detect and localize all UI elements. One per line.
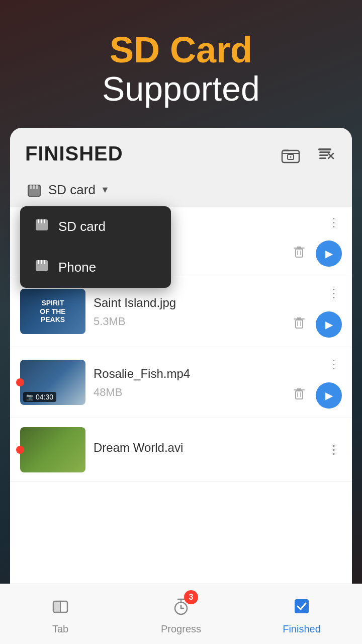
card-header: FINISHED — [10, 128, 352, 176]
filter-bar: SD card ▼ SD card — [10, 176, 352, 207]
status-dot-2 — [16, 378, 24, 386]
main-card: FINISHED — [10, 128, 352, 644]
more-button-0[interactable]: ⋮ — [326, 214, 342, 230]
file-name-2: Rosalie_Fish.mp4 — [94, 366, 284, 381]
file-thumbnail-3 — [20, 427, 85, 472]
svg-rect-9 — [33, 185, 35, 189]
svg-rect-19 — [296, 249, 303, 257]
play-button-2[interactable]: ▶ — [316, 382, 342, 409]
video-icon: 📷 — [26, 393, 34, 400]
svg-rect-18 — [44, 260, 45, 264]
file-size-1: 5.3MB — [94, 315, 284, 328]
chevron-down-icon: ▼ — [101, 185, 110, 195]
duration-text-2: 04:30 — [36, 393, 53, 401]
sd-card-icon — [25, 181, 43, 199]
dropdown-sdcard-label: SD card — [58, 219, 106, 234]
delete-button-2[interactable] — [292, 386, 307, 405]
progress-icon: 3 — [168, 593, 194, 619]
more-button-1[interactable]: ⋮ — [326, 285, 342, 301]
duration-badge-2: 📷 04:30 — [23, 392, 56, 402]
dropdown-phone-label: Phone — [58, 260, 96, 275]
file-info-3: Dream World.avi — [85, 440, 326, 459]
svg-rect-4 — [319, 151, 330, 153]
action-row-1: ▶ — [292, 311, 342, 338]
svg-point-2 — [290, 156, 292, 157]
file-thumbnail-2: 📷 04:30 — [20, 360, 85, 405]
file-thumbnail-1: SPIRITOF THEPEAKS — [20, 289, 85, 334]
filter-label: SD card — [48, 182, 96, 198]
file-item-3: Dream World.avi ⋮ — [10, 418, 352, 482]
file-actions-2: ⋮ ▶ — [292, 356, 342, 409]
header-title-white: Supported — [102, 70, 260, 108]
svg-rect-5 — [319, 154, 328, 156]
svg-rect-29 — [53, 601, 60, 612]
file-item-2: 📷 04:30 Rosalie_Fish.mp4 48MB ⋮ — [10, 347, 352, 418]
svg-rect-22 — [296, 320, 303, 328]
delete-button-1[interactable] — [292, 315, 307, 334]
status-dot-3 — [16, 446, 24, 454]
svg-rect-12 — [38, 219, 39, 223]
file-size-2: 48MB — [94, 386, 284, 399]
file-actions-1: ⋮ ▶ — [292, 285, 342, 338]
storage-filter-button[interactable]: SD card ▼ — [25, 181, 110, 199]
finished-icon — [289, 593, 315, 619]
svg-rect-3 — [318, 148, 331, 150]
svg-rect-6 — [319, 157, 326, 159]
header-section: SD Card Supported — [82, 0, 280, 128]
dropdown-item-sdcard[interactable]: SD card — [20, 206, 171, 247]
svg-rect-8 — [30, 185, 32, 189]
svg-rect-32 — [295, 599, 309, 613]
progress-badge: 3 — [184, 590, 198, 604]
nav-item-tab[interactable]: Tab — [0, 593, 121, 635]
dropdown-item-phone[interactable]: Phone — [20, 247, 171, 288]
tab-icon — [47, 593, 73, 619]
more-button-2[interactable]: ⋮ — [326, 356, 342, 372]
tab-label: Tab — [52, 623, 68, 635]
action-row-2: ▶ — [292, 382, 342, 409]
bottom-nav: Tab 3 Progress Finished — [0, 584, 362, 644]
file-actions-3: ⋮ — [326, 442, 342, 458]
action-row-0: ▶ — [292, 240, 342, 267]
svg-rect-10 — [36, 185, 38, 189]
nav-item-progress[interactable]: 3 Progress — [121, 593, 241, 635]
nav-item-finished[interactable]: Finished — [241, 593, 362, 635]
svg-rect-25 — [296, 391, 303, 399]
dropdown-phone-icon — [34, 258, 49, 277]
svg-rect-13 — [41, 219, 42, 223]
folder-lock-icon[interactable] — [279, 142, 303, 166]
svg-rect-17 — [41, 260, 42, 264]
card-header-icons — [279, 142, 337, 166]
svg-rect-16 — [38, 260, 39, 264]
file-name-1: Saint Island.jpg — [94, 295, 284, 310]
svg-rect-14 — [44, 219, 45, 223]
card-title: FINISHED — [25, 142, 123, 165]
progress-label: Progress — [161, 623, 201, 635]
delete-button-0[interactable] — [292, 244, 307, 263]
thumb-text-1: SPIRITOF THEPEAKS — [37, 296, 68, 327]
file-info-1: Saint Island.jpg 5.3MB — [85, 295, 292, 328]
finished-label: Finished — [283, 623, 321, 635]
file-name-3: Dream World.avi — [94, 440, 318, 455]
header-title-orange: SD Card — [102, 30, 260, 70]
file-actions-0: ⋮ ▶ — [292, 214, 342, 267]
delete-list-icon[interactable] — [313, 142, 337, 166]
storage-dropdown: SD card Phone — [20, 206, 171, 288]
file-info-2: Rosalie_Fish.mp4 48MB — [85, 366, 292, 398]
play-button-1[interactable]: ▶ — [316, 311, 342, 338]
dropdown-sdcard-icon — [34, 217, 49, 236]
more-button-3[interactable]: ⋮ — [326, 442, 342, 458]
play-button-0[interactable]: ▶ — [316, 240, 342, 267]
